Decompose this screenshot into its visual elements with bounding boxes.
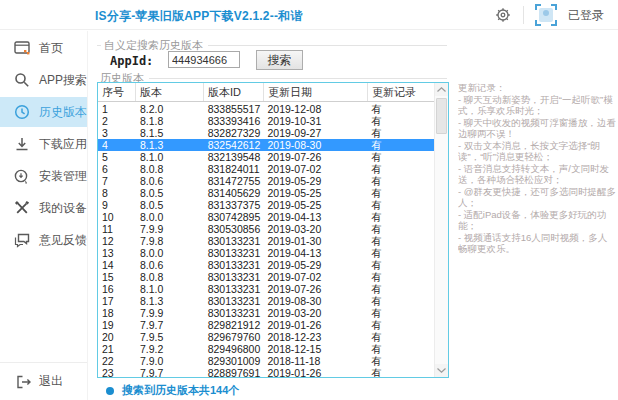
table-cell: 3 [98,127,136,139]
table-cell: 829821912 [204,319,264,331]
table-cell: 8.0.6 [136,259,204,271]
clock-icon [13,104,30,121]
sidebar-item-download-app[interactable]: 下载应用 [0,129,87,159]
table-row[interactable]: 227.9.08293010092018-11-18有 [98,355,434,367]
sidebar-item-label: 历史版本 [39,104,87,121]
table-cell: 7.9.7 [136,319,204,331]
table-row[interactable]: 187.9.98301332312019-03-20有 [98,307,434,319]
table-row[interactable]: 38.1.58328273292019-09-27有 [98,127,434,139]
avatar[interactable] [535,4,557,26]
header-divider [523,6,524,24]
table-cell: 2019-10-31 [264,115,368,127]
table-cell: 5 [98,151,136,163]
scroll-up-icon[interactable] [435,83,448,96]
table-cell: 2019-12-08 [264,103,368,115]
table-cell: 有 [367,331,434,343]
table-cell: 2019-01-30 [264,235,368,247]
table-cell: 有 [367,139,434,151]
sidebar-item-install-manage[interactable]: 安装管理 [0,161,87,191]
table-cell: 有 [367,211,434,223]
table-cell: 8.0.6 [136,175,204,187]
table-cell: 6 [98,163,136,175]
table-cell: 19 [98,319,136,331]
table-cell: 829301009 [204,355,264,367]
sidebar-item-my-devices[interactable]: 我的设备 [0,193,87,223]
update-note-line: - @群友更快捷，还可多选同时提醒多人； [458,186,616,209]
table-row[interactable]: 127.9.88301332312019-01-30有 [98,235,434,247]
table-row[interactable]: 48.1.38325426122019-08-30有 [98,139,434,151]
table-row[interactable]: 138.0.08301332312019-04-13有 [98,247,434,259]
table-row[interactable]: 148.0.68301332312019-05-29有 [98,259,434,271]
table-row[interactable]: 158.0.88301332312019-07-02有 [98,271,434,283]
table-cell: 有 [367,115,434,127]
table-cell: 有 [367,247,434,259]
table-cell: 18 [98,307,136,319]
table-row[interactable]: 207.9.58296797602018-12-23有 [98,331,434,343]
login-status-label[interactable]: 已登录 [568,7,604,24]
app-title: IS分享-苹果旧版APP下载V2.1.2--和谐 [95,8,303,25]
update-notes: 更新记录：- 聊天互动新姿势，开启“一起听歌”模式，乐享欢乐时光；- 聊天中收发… [458,82,616,398]
logout-button[interactable]: 退出 [0,362,87,400]
table-cell: 8.2.0 [136,103,204,115]
sidebar-item-home[interactable]: 首页 [0,33,87,63]
table-row[interactable]: 98.0.58313373752019-05-25有 [98,199,434,211]
table-cell: 830133231 [204,271,264,283]
table-cell: 有 [367,367,434,377]
search-button[interactable]: 搜索 [256,50,303,70]
download-icon [13,136,30,153]
table-row[interactable]: 217.9.28294968002018-12-15有 [98,343,434,355]
table-row[interactable]: 178.1.38301332312019-08-30有 [98,295,434,307]
update-note-line: - 双击文本消息，长按文字选择“朗读”，“听”消息更轻松； [458,140,616,163]
table-row[interactable]: 58.1.08321395482019-07-26有 [98,151,434,163]
feedback-icon [13,232,30,249]
table-cell: 有 [367,187,434,199]
sidebar-item-label: 下载应用 [39,136,87,153]
table-row[interactable]: 18.2.08338555172019-12-08有 [98,103,434,115]
table-cell: 832542612 [204,139,264,151]
update-note-line: - 适配iPad设备，体验更多好玩的功能； [458,209,616,232]
table-row[interactable]: 28.1.88333934162019-10-31有 [98,115,434,127]
table-cell: 2019-05-29 [264,175,368,187]
table-cell: 833855517 [204,103,264,115]
table-row[interactable]: 237.9.78288976912019-01-26有 [98,367,434,377]
table-cell: 8.1.5 [136,127,204,139]
column-header-update-date: 更新日期 [264,83,368,101]
table-cell: 7.9.9 [136,307,204,319]
table-cell: 830133231 [204,247,264,259]
table-cell: 831472755 [204,175,264,187]
table-row[interactable]: 197.9.78298219122019-01-26有 [98,319,434,331]
table-cell: 有 [367,235,434,247]
table-cell: 2019-03-20 [264,307,368,319]
table-row[interactable]: 108.0.08307428952019-04-13有 [98,211,434,223]
table-row[interactable]: 68.0.88318240112019-07-02有 [98,163,434,175]
table-row[interactable]: 117.9.98305308562019-03-20有 [98,223,434,235]
sidebar-item-app-search[interactable]: APP搜索 [0,65,87,95]
settings-gear-icon[interactable] [494,6,512,24]
table-row[interactable]: 168.1.08301332312019-07-26有 [98,283,434,295]
table-cell: 23 [98,367,136,377]
table-cell: 829496800 [204,343,264,355]
table-scrollbar[interactable] [434,83,448,377]
table-cell: 2019-07-02 [264,271,368,283]
scrollbar-thumb[interactable] [436,98,447,134]
table-row[interactable]: 78.0.68314727552019-05-29有 [98,175,434,187]
sidebar-item-label: 我的设备 [39,200,87,217]
update-note-line: 更新记录： [458,82,616,94]
appid-input[interactable] [168,51,240,68]
table-cell: 8.0.0 [136,247,204,259]
table-row[interactable]: 88.0.58314056292019-05-25有 [98,187,434,199]
scan-corner-icon [551,4,557,10]
sidebar: 首页 APP搜索 历史版本 下载应用 [0,31,88,400]
scroll-down-icon[interactable] [435,364,448,377]
table-cell: 有 [367,151,434,163]
table-cell: 2 [98,115,136,127]
table-cell: 831337375 [204,199,264,211]
sidebar-item-label: 首页 [39,40,63,57]
sidebar-item-feedback[interactable]: 意见反馈 [0,225,87,255]
table-cell: 有 [367,163,434,175]
table-cell: 8.0.5 [136,199,204,211]
table-cell: 8.1.0 [136,151,204,163]
table-cell: 2019-04-13 [264,247,368,259]
table-cell: 7.9.9 [136,223,204,235]
sidebar-item-history-versions[interactable]: 历史版本 [0,97,87,127]
